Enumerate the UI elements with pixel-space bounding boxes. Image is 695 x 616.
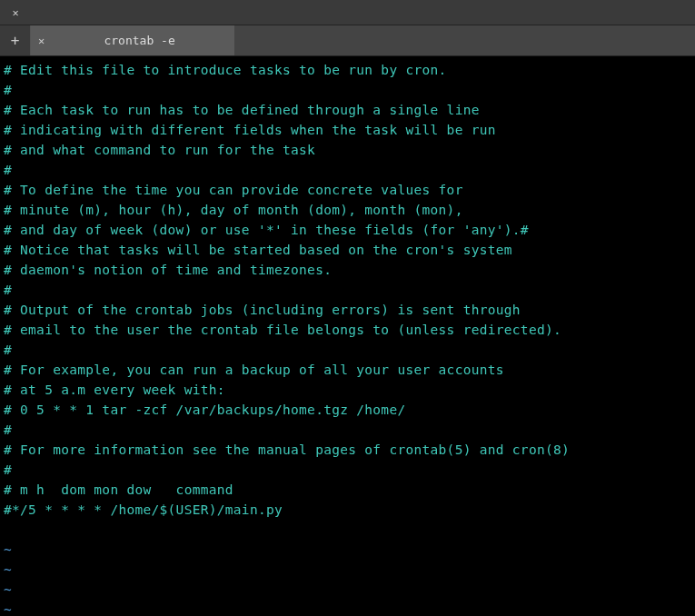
editor-line: # — [4, 280, 691, 300]
editor-line: # Edit this file to introduce tasks to b… — [4, 60, 691, 80]
editor-line: # Output of the crontab jobs (including … — [4, 300, 691, 320]
editor-line: # — [4, 340, 691, 360]
editor-line: # Each task to run has to be defined thr… — [4, 100, 691, 120]
tab-crontab[interactable]: ✕ crontab -e — [31, 25, 235, 55]
editor-line: # For example, you can run a backup of a… — [4, 360, 691, 380]
editor-line: # — [4, 420, 691, 440]
tab-bar: + ✕ crontab -e — [0, 25, 695, 56]
editor-line: # 0 5 * * 1 tar -zcf /var/backups/home.t… — [4, 400, 691, 420]
editor-tilde-line: ~ — [4, 580, 691, 600]
editor-line: # Notice that tasks will be started base… — [4, 240, 691, 260]
editor-line: # indicating with different fields when … — [4, 120, 691, 140]
editor-line: # minute (m), hour (h), day of month (do… — [4, 200, 691, 220]
editor-line: # To define the time you can provide con… — [4, 180, 691, 200]
editor-line: # m h dom mon dow command — [4, 480, 691, 500]
editor-line: # daemon's notion of time and timezones. — [4, 260, 691, 280]
window-close-icon[interactable]: ✕ — [7, 5, 24, 21]
editor-line: # email to the user the crontab file bel… — [4, 320, 691, 340]
editor-line: # — [4, 80, 691, 100]
new-tab-button[interactable]: + — [0, 25, 31, 55]
tab-title: crontab -e — [52, 34, 227, 47]
editor-tilde-line: ~ — [4, 560, 691, 580]
editor-tilde-line: ~ — [4, 540, 691, 560]
editor-blank-line — [4, 520, 691, 540]
editor-tilde-line: ~ — [4, 600, 691, 616]
editor-area[interactable]: # Edit this file to introduce tasks to b… — [0, 56, 695, 616]
window-titlebar: ✕ — [0, 0, 695, 25]
editor-line: # and what command to run for the task — [4, 140, 691, 160]
editor-line: #*/5 * * * * /home/$(USER)/main.py — [4, 500, 691, 520]
editor-line: # — [4, 160, 691, 180]
tab-close-icon[interactable]: ✕ — [38, 35, 45, 47]
editor-line: # and day of week (dow) or use '*' in th… — [4, 220, 691, 240]
editor-line: # at 5 a.m every week with: — [4, 380, 691, 400]
editor-line: # — [4, 460, 691, 480]
editor-line: # For more information see the manual pa… — [4, 440, 691, 460]
